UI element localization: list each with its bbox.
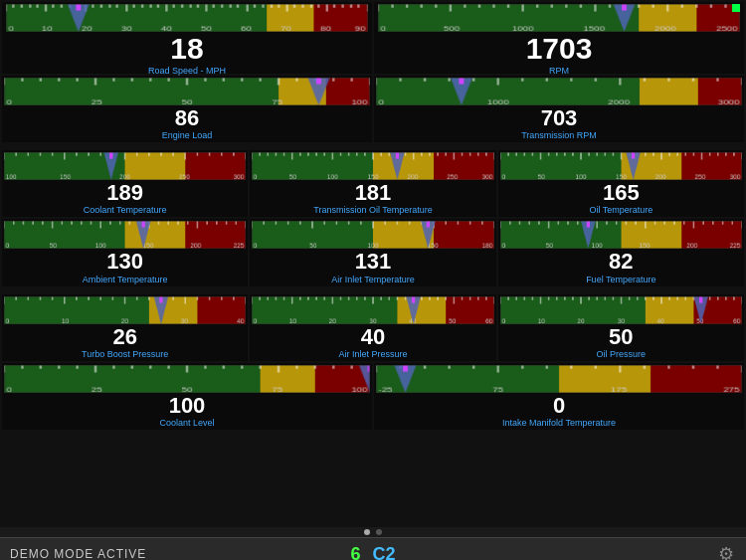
gauge-panel-coolant_temp: 189Coolant Temperature xyxy=(2,150,248,217)
gauge-label-trans_oil_temp: Transmission Oil Temperature xyxy=(313,205,433,215)
gauge-value-engine_load: 86 xyxy=(175,106,199,130)
gauge-value-trans_oil_temp: 181 xyxy=(355,181,392,205)
gauge-value-oil_pressure: 50 xyxy=(609,325,633,349)
gauge-row-row1: 18Road Speed - MPH1703RPM xyxy=(2,2,744,74)
gauge-row-row5: 26Turbo Boost Pressure40Air Inlet Pressu… xyxy=(2,294,744,361)
gauge-label-fuel_temp: Fuel Temperature xyxy=(586,275,655,284)
gauge-panel-trans_oil_temp: 181Transmission Oil Temperature xyxy=(250,150,495,217)
bottom-value1: 6 xyxy=(350,544,360,561)
gauge-scale-fuel_temp xyxy=(500,221,742,249)
page-dot-1[interactable] xyxy=(364,529,370,535)
gauge-panel-turbo_boost: 26Turbo Boost Pressure xyxy=(2,294,248,361)
gauge-value-air_inlet_press: 40 xyxy=(361,325,385,349)
gauge-panel-intake_manifold_temp: 0Intake Manifold Temperature xyxy=(374,363,744,430)
gauge-label-ambient_temp: Ambient Temperature xyxy=(83,275,168,284)
gauge-scale-coolant_level xyxy=(4,365,370,393)
gauge-value-ambient_temp: 130 xyxy=(106,250,143,274)
gauge-panel-rpm: 1703RPM xyxy=(374,2,744,74)
gauge-panel-air_inlet_press: 40Air Inlet Pressure xyxy=(250,294,495,361)
status-indicator xyxy=(732,4,740,12)
gauge-scale-engine_load xyxy=(4,78,370,105)
bottom-center: 6 C2 xyxy=(350,544,395,561)
gauge-scale-oil_pressure xyxy=(500,296,742,324)
gauge-label-trans_rpm: Transmission RPM xyxy=(521,130,597,140)
gauge-scale-intake_manifold_temp xyxy=(376,365,742,393)
gauge-scale-oil_temp xyxy=(500,152,742,180)
gauge-scale-rpm xyxy=(378,4,740,32)
gauge-value-turbo_boost: 26 xyxy=(112,325,136,349)
gauge-panel-ambient_temp: 130Ambient Temperature xyxy=(2,219,248,285)
gauge-panel-engine_load: 86Engine Load xyxy=(2,76,372,142)
gauge-value-rpm: 1703 xyxy=(526,32,593,66)
gauge-row-row2: 86Engine Load703Transmission RPM xyxy=(2,76,744,142)
gauge-panel-oil_pressure: 50Oil Pressure xyxy=(498,294,744,361)
gauge-value-fuel_temp: 82 xyxy=(609,250,633,274)
gauge-label-road_speed: Road Speed - MPH xyxy=(148,66,226,76)
gauge-scale-trans_oil_temp xyxy=(252,152,493,180)
gauge-scale-air_inlet_temp xyxy=(252,221,493,249)
gauge-label-coolant_level: Coolant Level xyxy=(159,418,214,428)
gauge-label-air_inlet_press: Air Inlet Pressure xyxy=(338,349,407,359)
gauge-scale-turbo_boost xyxy=(4,296,246,324)
gauge-value-intake_manifold_temp: 0 xyxy=(553,394,565,418)
gauge-label-air_inlet_temp: Air Inlet Temperature xyxy=(331,275,414,284)
gauge-value-trans_rpm: 703 xyxy=(541,106,578,130)
gauge-panel-fuel_temp: 82Fuel Temperature xyxy=(498,219,744,285)
demo-mode-label: DEMO MODE ACTIVE xyxy=(10,547,146,560)
gauge-panel-trans_rpm: 703Transmission RPM xyxy=(374,76,744,142)
gauge-panel-road_speed: 18Road Speed - MPH xyxy=(2,2,372,74)
gauge-label-intake_manifold_temp: Intake Manifold Temperature xyxy=(502,418,616,428)
gauge-scale-road_speed xyxy=(6,4,368,32)
gauge-value-coolant_level: 100 xyxy=(169,394,206,418)
gauge-label-engine_load: Engine Load xyxy=(162,130,213,140)
gauge-row-row3: 189Coolant Temperature181Transmission Oi… xyxy=(2,150,744,217)
bottom-bar: DEMO MODE ACTIVE 6 C2 ⚙ xyxy=(0,537,746,560)
gauge-label-rpm: RPM xyxy=(549,66,569,76)
gauge-value-air_inlet_temp: 131 xyxy=(355,250,392,274)
main-content: 18Road Speed - MPH1703RPM86Engine Load70… xyxy=(0,0,746,527)
page-dots-container xyxy=(0,529,746,535)
gauge-panel-air_inlet_temp: 131Air Inlet Temperature xyxy=(250,219,495,285)
gauge-label-oil_temp: Oil Temperature xyxy=(589,205,653,215)
gauge-panel-oil_temp: 165Oil Temperature xyxy=(498,150,744,217)
gauge-label-turbo_boost: Turbo Boost Pressure xyxy=(82,349,168,359)
page-dot-2[interactable] xyxy=(376,529,382,535)
gauge-row-row6: 100Coolant Level0Intake Manifold Tempera… xyxy=(2,363,744,430)
gauge-label-coolant_temp: Coolant Temperature xyxy=(84,205,167,215)
gauge-value-road_speed: 18 xyxy=(170,32,203,66)
gauge-panel-coolant_level: 100Coolant Level xyxy=(2,363,372,430)
gauge-scale-air_inlet_press xyxy=(252,296,493,324)
gauge-scale-trans_rpm xyxy=(376,78,742,105)
gauge-scale-ambient_temp xyxy=(4,221,246,249)
gauge-row-row4: 130Ambient Temperature131Air Inlet Tempe… xyxy=(2,219,744,285)
settings-icon[interactable]: ⚙ xyxy=(718,543,734,560)
gauge-value-coolant_temp: 189 xyxy=(106,181,143,205)
bottom-value2: C2 xyxy=(373,544,396,561)
gauge-label-oil_pressure: Oil Pressure xyxy=(597,349,647,359)
gauge-scale-coolant_temp xyxy=(4,152,246,180)
gauge-value-oil_temp: 165 xyxy=(603,181,640,205)
